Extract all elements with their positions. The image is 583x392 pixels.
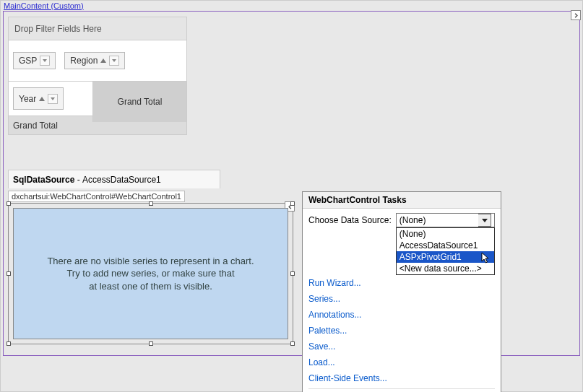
datasource-combo[interactable]: (None) (None) AccessDataSource1 ASPxPivo… [396,213,495,227]
resize-handle[interactable] [7,271,11,276]
datasource-sep: - [74,175,82,185]
combo-selected-value: (None) [400,215,426,225]
column-field-gsp-label: GSP [19,56,37,66]
choose-datasource-label: Choose Data Source: [308,215,392,225]
datasource-name: AccessDataSource1 [82,175,161,185]
link-series[interactable]: Series... [308,291,495,307]
filter-placeholder-text: Drop Filter Fields Here [14,24,102,34]
pivot-grid[interactable]: Drop Filter Fields Here GSP Region Year [8,17,187,135]
link-palettes[interactable]: Palettes... [308,323,495,339]
smart-tag-glyph-placeholder[interactable] [571,10,581,20]
resize-handle[interactable] [290,201,295,206]
tasks-title: WebChartControl Tasks [303,192,501,209]
resize-handle[interactable] [149,341,153,346]
sqldatasource-block[interactable]: SqlDataSource - AccessDataSource1 [8,170,220,188]
chart-control-tag[interactable]: dxchartsui:WebChartControl#WebChartContr… [8,191,185,202]
sort-asc-icon [100,58,106,63]
pivot-column-area[interactable]: GSP Region [9,40,186,81]
option-accessdatasource1[interactable]: AccessDataSource1 [397,240,494,251]
pivot-filter-area[interactable]: Drop Filter Fields Here [9,17,186,40]
link-run-wizard[interactable]: Run Wizard... [308,275,495,291]
datasource-dropdown-list[interactable]: (None) AccessDataSource1 ASPxPivotGrid1 … [396,227,495,275]
chart-empty-message: There are no visible series to represent… [13,208,288,339]
resize-handle[interactable] [290,341,295,346]
link-save[interactable]: Save... [308,339,495,354]
dropdown-icon[interactable] [40,56,50,66]
sort-asc-icon [39,97,45,101]
option-aspxpivotgrid1[interactable]: ASPxPivotGrid1 [397,251,494,263]
link-client-side-events[interactable]: Client-Side Events... [308,370,495,386]
resize-handle[interactable] [7,201,11,206]
column-field-gsp[interactable]: GSP [13,52,56,69]
resize-handle[interactable] [149,201,153,206]
smart-tasks-panel: WebChartControl Tasks Choose Data Source… [302,191,501,392]
designer-canvas: MainContent (Custom) Drop Filter Fields … [0,0,583,392]
option-new-datasource[interactable]: <New data source...> [397,263,494,274]
dropdown-icon[interactable] [48,94,58,104]
link-annotations[interactable]: Annotations... [308,307,495,323]
column-field-region-label: Region [70,56,98,66]
option-none[interactable]: (None) [397,228,494,240]
resize-handle[interactable] [290,271,295,276]
webchartcontrol[interactable]: There are no visible series to represent… [8,203,293,344]
dropdown-icon[interactable] [109,56,119,66]
grand-total-column: Grand Total [92,82,186,122]
resize-handle[interactable] [7,341,11,346]
row-field-year-label: Year [19,94,36,104]
link-load[interactable]: Load... [308,354,495,370]
column-field-region[interactable]: Region [64,52,125,69]
chevron-down-icon[interactable] [478,214,491,227]
pivot-row-area[interactable]: Year Grand Total [9,81,186,116]
datasource-type: SqlDataSource [13,175,74,185]
placeholder-label[interactable]: MainContent (Custom) [4,1,84,10]
row-field-year[interactable]: Year [13,87,64,110]
